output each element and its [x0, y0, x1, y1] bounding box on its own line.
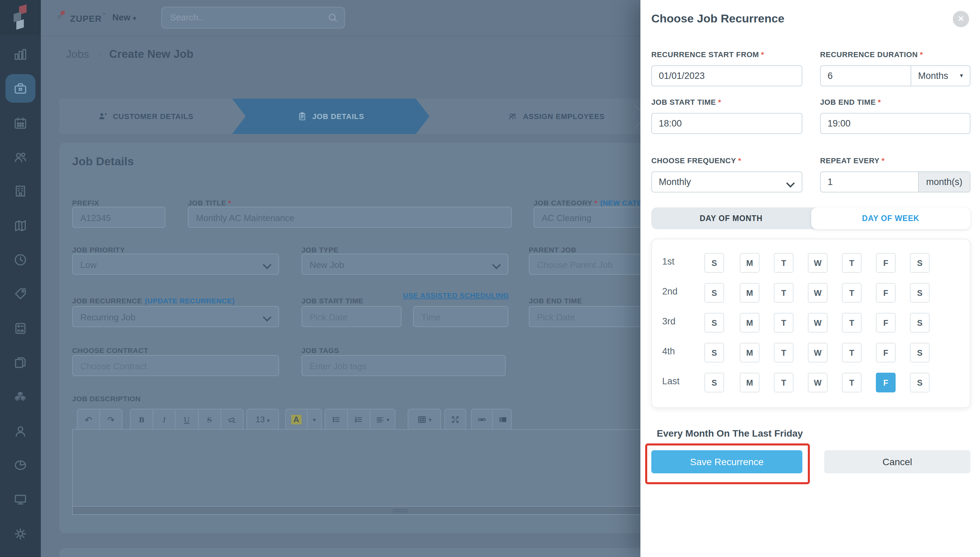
- day-button-3rd-2[interactable]: T: [774, 313, 794, 332]
- editor-textarea[interactable]: [72, 429, 727, 506]
- recurrence-start-input[interactable]: 01/01/2023: [651, 65, 802, 86]
- brand-logo[interactable]: ZUPER™: [57, 12, 106, 24]
- frequency-select[interactable]: Monthly: [651, 171, 802, 192]
- new-dropdown[interactable]: New ▾: [112, 12, 136, 23]
- color-caret-button[interactable]: ▾: [307, 409, 321, 430]
- day-button-last-3[interactable]: W: [808, 373, 828, 393]
- job-start-time-input[interactable]: Time: [413, 306, 508, 327]
- sidebar-item-jobs[interactable]: [13, 81, 28, 96]
- redo-button[interactable]: ↷: [100, 409, 122, 430]
- day-button-3rd-5[interactable]: F: [876, 313, 896, 332]
- day-button-3rd-0[interactable]: S: [704, 313, 724, 332]
- day-button-1st-1[interactable]: M: [740, 253, 760, 273]
- search-input[interactable]: Search..: [161, 7, 345, 29]
- day-button-2nd-3[interactable]: W: [808, 283, 828, 303]
- job-tags-input[interactable]: Enter Job tags: [302, 355, 506, 376]
- day-button-2nd-1[interactable]: M: [740, 283, 760, 303]
- breadcrumb-jobs[interactable]: Jobs: [66, 48, 89, 60]
- day-button-3rd-3[interactable]: W: [808, 313, 828, 332]
- day-button-1st-0[interactable]: S: [704, 253, 724, 273]
- step-customer-details[interactable]: CUSTOMER DETAILS: [59, 99, 232, 134]
- day-button-4th-5[interactable]: F: [876, 343, 896, 363]
- undo-button[interactable]: ↶: [78, 409, 100, 430]
- ol-button[interactable]: [348, 409, 370, 430]
- repeat-every-input[interactable]: 1: [821, 172, 918, 192]
- day-button-3rd-4[interactable]: T: [842, 313, 862, 332]
- day-button-2nd-6[interactable]: S: [910, 283, 929, 303]
- modal-job-end-input[interactable]: 19:00: [820, 113, 970, 134]
- day-button-last-0[interactable]: S: [704, 373, 724, 393]
- strike-button[interactable]: S: [198, 409, 221, 430]
- duration-unit-select[interactable]: Months▾: [911, 66, 970, 86]
- day-button-last-5[interactable]: F: [876, 373, 896, 393]
- day-button-1st-5[interactable]: F: [876, 253, 896, 273]
- day-button-3rd-1[interactable]: M: [740, 313, 760, 332]
- resize-grip-icon[interactable]: [393, 508, 408, 513]
- step-assign-employees[interactable]: ASSIGN EMPLOYEES: [475, 99, 638, 134]
- job-title-input[interactable]: Monthly AC Maintenance: [188, 207, 512, 228]
- align-button[interactable]: ▾: [370, 409, 395, 430]
- sidebar-item-teams[interactable]: [13, 424, 28, 439]
- update-recurrence-link[interactable]: (UPDATE RECURRENCE): [145, 296, 235, 305]
- sidebar-item-reports[interactable]: [13, 458, 28, 473]
- day-button-1st-3[interactable]: W: [808, 253, 828, 273]
- day-button-4th-1[interactable]: M: [740, 343, 760, 363]
- day-button-4th-0[interactable]: S: [704, 343, 724, 363]
- day-button-2nd-5[interactable]: F: [876, 283, 896, 303]
- sidebar-item-dispatch-board[interactable]: [13, 492, 28, 507]
- zuper-logo-mark[interactable]: [0, 0, 41, 35]
- tab-day-of-week[interactable]: DAY OF WEEK: [811, 207, 970, 229]
- job-recurrence-select[interactable]: Recurring Job: [72, 306, 279, 327]
- video-button[interactable]: [493, 409, 512, 430]
- sidebar-item-estimates[interactable]: [13, 321, 28, 336]
- day-button-3rd-6[interactable]: S: [910, 313, 929, 332]
- job-start-date-input[interactable]: Pick Date: [302, 306, 402, 327]
- step-job-details[interactable]: JOB DETAILS: [232, 99, 430, 134]
- table-button[interactable]: ▾: [408, 409, 440, 430]
- eraser-button[interactable]: [221, 409, 243, 430]
- day-button-2nd-0[interactable]: S: [704, 283, 724, 303]
- day-button-last-6[interactable]: S: [910, 373, 929, 393]
- day-button-1st-2[interactable]: T: [774, 253, 794, 273]
- sidebar-item-customers[interactable]: [13, 150, 28, 164]
- cancel-button[interactable]: Cancel: [824, 450, 970, 473]
- sidebar-item-price-book[interactable]: [13, 286, 28, 301]
- underline-button[interactable]: U: [176, 409, 198, 430]
- sidebar-item-timesheets[interactable]: [13, 252, 28, 267]
- day-button-4th-6[interactable]: S: [910, 343, 929, 363]
- sidebar-item-parts[interactable]: [13, 389, 28, 404]
- fontsize-button[interactable]: 13 ▾: [247, 409, 278, 430]
- color-button[interactable]: A: [286, 409, 307, 430]
- job-type-select[interactable]: New Job: [302, 254, 508, 275]
- prefix-input[interactable]: A12345: [72, 207, 165, 228]
- fullscreen-button[interactable]: [445, 409, 466, 430]
- choose-contract-input[interactable]: Choose Contract: [72, 355, 279, 376]
- tab-day-of-month[interactable]: DAY OF MONTH: [651, 207, 811, 229]
- day-button-4th-2[interactable]: T: [774, 343, 794, 363]
- recurrence-duration-input[interactable]: 6: [821, 66, 911, 86]
- day-button-1st-6[interactable]: S: [910, 253, 929, 273]
- job-priority-select[interactable]: Low: [72, 254, 279, 275]
- day-button-1st-4[interactable]: T: [842, 253, 862, 273]
- day-button-last-2[interactable]: T: [774, 373, 794, 393]
- day-button-4th-3[interactable]: W: [808, 343, 828, 363]
- assisted-scheduling-link[interactable]: USE ASSISTED SCHEDULING: [403, 291, 508, 299]
- sidebar-item-invoices[interactable]: [13, 355, 28, 370]
- sidebar-item-schedule[interactable]: [13, 116, 28, 130]
- sidebar-item-settings[interactable]: [13, 526, 28, 541]
- day-button-last-1[interactable]: M: [740, 373, 760, 393]
- day-button-last-4[interactable]: T: [842, 373, 862, 393]
- bold-button[interactable]: B: [131, 409, 153, 430]
- sidebar-item-properties[interactable]: [13, 184, 28, 199]
- sidebar-item-dashboard[interactable]: [13, 47, 28, 62]
- search-icon[interactable]: [327, 12, 338, 23]
- sidebar-item-service-areas[interactable]: [13, 218, 28, 233]
- ul-button[interactable]: [325, 409, 348, 430]
- italic-button[interactable]: I: [153, 409, 176, 430]
- close-icon[interactable]: ×: [953, 11, 969, 27]
- day-button-2nd-4[interactable]: T: [842, 283, 862, 303]
- modal-job-start-input[interactable]: 18:00: [651, 113, 802, 134]
- day-button-4th-4[interactable]: T: [842, 343, 862, 363]
- link-button[interactable]: [472, 409, 493, 430]
- day-button-2nd-2[interactable]: T: [774, 283, 794, 303]
